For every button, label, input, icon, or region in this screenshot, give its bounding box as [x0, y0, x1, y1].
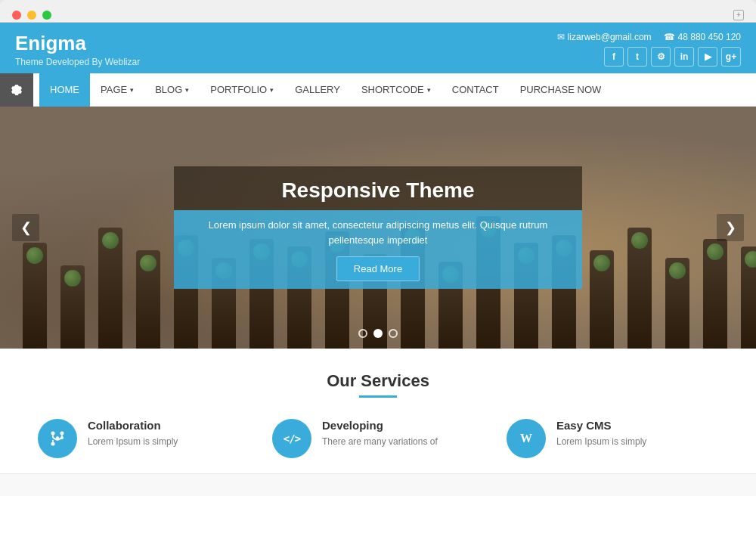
- contact-social-area: ✉ lizarweb@gmail.com ☎ 48 880 450 120 f …: [557, 32, 741, 67]
- nav-purchase[interactable]: PURCHASE NOW: [510, 73, 612, 107]
- nav-items: HOME PAGE ▾ BLOG ▾ PORTFOLIO ▾ GALLERY S…: [33, 73, 612, 106]
- slider-dots: [358, 329, 398, 338]
- slider-description: Lorem ipsum dolor sit amet, consectetur …: [197, 218, 559, 247]
- logo-title[interactable]: Enigma: [15, 32, 140, 55]
- blog-arrow: ▾: [185, 86, 189, 94]
- slider-title-box: Responsive Theme: [174, 166, 582, 210]
- slider-prev-arrow[interactable]: ❮: [12, 214, 39, 241]
- email-icon: ✉: [557, 32, 565, 42]
- easy-cms-text: Easy CMS Lorem Ipsum is simply: [556, 419, 718, 448]
- top-header: Enigma Theme Developed By Weblizar ✉ liz…: [0, 23, 756, 73]
- svg-point-1: [51, 442, 55, 446]
- nav-portfolio[interactable]: PORTFOLIO ▾: [200, 73, 284, 107]
- knob: [627, 228, 652, 349]
- service-easy-cms: W Easy CMS Lorem Ipsum is simply: [507, 419, 718, 458]
- developing-desc: There are many variations of: [322, 435, 484, 448]
- logo-area: Enigma Theme Developed By Weblizar: [15, 32, 140, 67]
- code-icon: </>: [284, 432, 300, 445]
- bottom-strip: [0, 473, 756, 496]
- knob: [665, 258, 689, 349]
- developing-text: Developing There are many variations of: [322, 419, 484, 448]
- collaboration-icon: [38, 419, 77, 458]
- knob: [136, 250, 160, 349]
- gear-icon: [10, 83, 23, 97]
- wordpress-icon: W: [520, 432, 532, 445]
- collaboration-desc: Lorem Ipsum is simply: [88, 435, 249, 448]
- nav-shortcode[interactable]: SHORTCODE ▾: [351, 73, 442, 107]
- svg-point-2: [60, 432, 64, 436]
- nav-page[interactable]: PAGE ▾: [90, 73, 144, 107]
- fork-icon: [48, 429, 67, 448]
- read-more-button[interactable]: Read More: [336, 256, 420, 281]
- window-close-dot[interactable]: [12, 11, 21, 20]
- slider-dot-2[interactable]: [373, 329, 383, 338]
- twitter-icon[interactable]: t: [627, 47, 647, 67]
- slider-dot-1[interactable]: [358, 329, 367, 338]
- slider-title: Responsive Theme: [197, 178, 559, 203]
- social-icons: f t ⚙ in ▶ g+: [604, 47, 741, 67]
- service-collaboration: Collaboration Lorem Ipsum is simply: [38, 419, 249, 458]
- services-section: Our Services: [0, 349, 756, 473]
- knob: [703, 239, 727, 349]
- cms-icon: W: [507, 419, 546, 458]
- services-grid: Collaboration Lorem Ipsum is simply </> …: [30, 419, 726, 458]
- linkedin-icon[interactable]: in: [674, 47, 694, 67]
- phone-icon: ☎: [664, 32, 675, 42]
- knob: [98, 228, 122, 349]
- settings-social-icon[interactable]: ⚙: [651, 47, 671, 67]
- developing-name: Developing: [322, 419, 484, 432]
- service-developing: </> Developing There are many variations…: [272, 419, 484, 458]
- nav-contact[interactable]: CONTACT: [442, 73, 510, 107]
- collaboration-text: Collaboration Lorem Ipsum is simply: [88, 419, 249, 448]
- hero-slider: Responsive Theme Lorem ipsum dolor sit a…: [0, 107, 756, 349]
- services-title: Our Services: [30, 371, 726, 391]
- easy-cms-name: Easy CMS: [556, 419, 718, 432]
- email-address[interactable]: lizarweb@gmail.com: [568, 32, 652, 42]
- portfolio-arrow: ▾: [270, 86, 274, 94]
- shortcode-arrow: ▾: [427, 86, 431, 94]
- slider-desc-box: Lorem ipsum dolor sit amet, consectetur …: [174, 210, 582, 289]
- settings-button[interactable]: [0, 73, 33, 107]
- slider-dot-3[interactable]: [389, 329, 398, 338]
- nav-gallery[interactable]: GALLERY: [284, 73, 351, 107]
- easy-cms-desc: Lorem Ipsum is simply: [556, 435, 718, 448]
- navbar: HOME PAGE ▾ BLOG ▾ PORTFOLIO ▾ GALLERY S…: [0, 73, 756, 107]
- services-title-wrap: Our Services: [30, 371, 726, 398]
- email-info: ✉ lizarweb@gmail.com: [557, 32, 652, 42]
- services-underline: [359, 395, 397, 398]
- google-plus-icon[interactable]: g+: [721, 47, 741, 67]
- knob: [741, 246, 756, 349]
- window-chrome: +: [0, 0, 756, 23]
- page-arrow: ▾: [130, 86, 134, 94]
- knob: [590, 250, 614, 349]
- developing-icon: </>: [272, 419, 311, 458]
- logo-subtitle: Theme Developed By Weblizar: [15, 57, 140, 67]
- slider-btn-wrap: Read More: [197, 256, 559, 281]
- youtube-icon[interactable]: ▶: [698, 47, 717, 67]
- window-minimize-dot[interactable]: [27, 11, 36, 20]
- slider-next-arrow[interactable]: ❯: [717, 214, 744, 241]
- knob: [60, 265, 85, 349]
- facebook-icon[interactable]: f: [604, 47, 624, 67]
- window-expand-icon[interactable]: +: [733, 10, 744, 20]
- knob: [23, 243, 47, 349]
- window-maximize-dot[interactable]: [42, 11, 51, 20]
- phone-info: ☎ 48 880 450 120: [664, 32, 741, 42]
- svg-point-0: [51, 432, 55, 436]
- nav-home[interactable]: HOME: [39, 73, 90, 107]
- site-container: Enigma Theme Developed By Weblizar ✉ liz…: [0, 23, 756, 558]
- nav-blog[interactable]: BLOG ▾: [144, 73, 200, 107]
- phone-number[interactable]: 48 880 450 120: [678, 32, 741, 42]
- slider-overlay: Responsive Theme Lorem ipsum dolor sit a…: [174, 166, 582, 289]
- collaboration-name: Collaboration: [88, 419, 249, 432]
- contact-info: ✉ lizarweb@gmail.com ☎ 48 880 450 120: [557, 32, 741, 42]
